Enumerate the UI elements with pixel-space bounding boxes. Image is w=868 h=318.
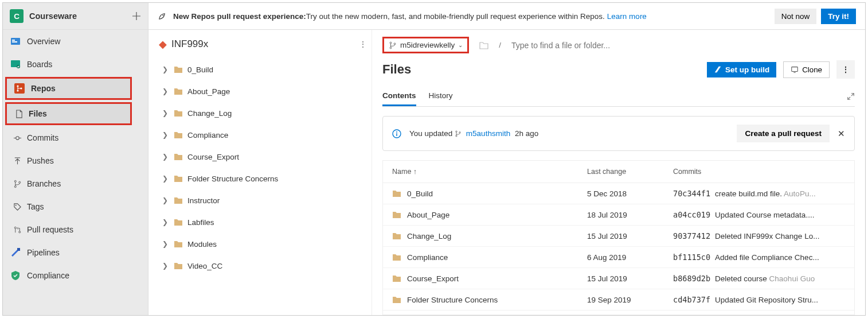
project-header[interactable]: C Courseware (3, 3, 148, 30)
branch-icon (389, 41, 397, 49)
row-name: About_Page (407, 211, 449, 219)
folder-icon (174, 240, 183, 248)
col-change-header[interactable]: Last change (587, 168, 673, 176)
project-avatar: C (10, 9, 24, 23)
breadcrumb-separator: / (499, 41, 501, 49)
table-row[interactable]: 0_Build5 Dec 201870c344f1create build.md… (383, 183, 854, 204)
tree-folder[interactable]: ❯Video_CC (159, 255, 367, 277)
chevron-right-icon: ❯ (162, 218, 168, 226)
svg-point-18 (390, 42, 392, 44)
folder-icon (174, 196, 183, 204)
nav-repos-label: Repos (31, 84, 56, 93)
folder-icon (392, 211, 401, 219)
svg-point-13 (15, 204, 16, 205)
sort-asc-icon: ↑ (413, 168, 417, 176)
tree-label: Instructor (187, 196, 220, 205)
tree-folder[interactable]: ❯Compliance (159, 124, 367, 146)
nav-files[interactable]: Files (5, 102, 132, 125)
svg-point-11 (14, 185, 16, 187)
compliance-icon (10, 270, 21, 281)
nav-overview-label: Overview (27, 37, 60, 46)
tab-contents[interactable]: Contents (382, 87, 416, 106)
file-finder-input[interactable] (511, 41, 638, 50)
chevron-right-icon: ❯ (162, 87, 168, 95)
svg-point-12 (18, 181, 20, 183)
fullscreen-button[interactable] (847, 92, 855, 100)
nav-tags[interactable]: Tags (3, 195, 148, 218)
not-now-button[interactable]: Not now (775, 9, 817, 24)
tree-label: Modules (187, 240, 217, 249)
tree-folder[interactable]: ❯0_Build (159, 59, 367, 80)
row-hash: a04cc019 (673, 210, 710, 219)
clone-button[interactable]: Clone (783, 61, 830, 78)
chevron-right-icon: ❯ (162, 131, 168, 139)
alert-prefix: You updated (409, 129, 455, 138)
folder-icon (174, 262, 183, 270)
svg-point-9 (15, 136, 19, 139)
table-row[interactable]: Compliance6 Aug 2019bf1115c0Added file C… (383, 247, 854, 268)
try-it-button[interactable]: Try it! (821, 9, 856, 24)
tree-folder[interactable]: ❯Labfiles (159, 211, 367, 233)
nav-commits[interactable]: Commits (3, 126, 148, 149)
svg-point-15 (18, 231, 20, 232)
setup-build-button[interactable]: Set up build (707, 62, 776, 77)
svg-point-27 (459, 132, 460, 133)
tree-folder[interactable]: ❯About_Page (159, 80, 367, 102)
tree-folder[interactable]: ❯Folder Structure Concerns (159, 168, 367, 189)
repo-name: INF999x (171, 38, 359, 50)
banner-text: Try out the new modern, fast, and mobile… (306, 12, 605, 21)
tree-label: 0_Build (187, 65, 213, 74)
svg-rect-24 (396, 133, 397, 136)
svg-point-25 (456, 131, 457, 132)
nav-boards[interactable]: Boards (3, 53, 148, 76)
close-icon[interactable]: ✕ (838, 129, 845, 139)
nav-repos[interactable]: Repos (5, 77, 132, 100)
col-commits-header[interactable]: Commits (673, 168, 845, 176)
more-actions-button[interactable]: ⋮ (836, 60, 855, 79)
plus-icon (132, 11, 141, 21)
row-msg: Deleted INF999x Change Lo... (715, 232, 819, 241)
banner-learn-more-link[interactable]: Learn more (607, 12, 647, 21)
nav-compliance[interactable]: Compliance (3, 264, 148, 287)
tree-folder[interactable]: ❯Change_Log (159, 102, 367, 124)
tab-history[interactable]: History (429, 87, 453, 106)
row-msg: create build.md file. (715, 189, 784, 198)
tree-more-button[interactable]: ⋮ (359, 40, 367, 49)
nav-commits-label: Commits (27, 133, 58, 142)
table-row[interactable]: About_Page18 Jul 2019a04cc019Updated Cou… (383, 204, 854, 226)
row-change: 15 Jul 2019 (587, 232, 673, 241)
row-hash: bf1115c0 (673, 253, 710, 262)
chevron-right-icon: ❯ (162, 153, 168, 161)
alert-when: 2h ago (515, 129, 538, 138)
clone-label: Clone (802, 65, 822, 74)
branch-selector[interactable]: m5idreviewkelly ⌄ (382, 37, 469, 53)
svg-point-23 (396, 131, 397, 133)
table-row[interactable]: Folder Structure Concerns19 Sep 2019cd4b… (383, 289, 854, 311)
branch-icon (455, 130, 462, 137)
new-item-button[interactable] (132, 11, 141, 21)
table-row[interactable]: Change_Log15 Jul 201990377412Deleted INF… (383, 226, 854, 247)
row-hash: 70c344f1 (673, 189, 710, 198)
tree-folder[interactable]: ❯Course_Export (159, 146, 367, 168)
svg-rect-21 (792, 67, 798, 72)
nav-files-label: Files (29, 109, 47, 118)
tree-folder[interactable]: ❯Instructor (159, 189, 367, 211)
tree-folder[interactable]: ❯Modules (159, 233, 367, 255)
row-name: Change_Log (407, 232, 451, 241)
nav-pushes[interactable]: Pushes (3, 149, 148, 172)
nav-branches[interactable]: Branches (3, 172, 148, 195)
folder-icon (174, 218, 183, 226)
nav-pipelines[interactable]: Pipelines (3, 241, 148, 264)
svg-point-14 (14, 227, 16, 228)
row-name: Compliance (407, 253, 448, 262)
folder-icon (392, 253, 401, 261)
create-pr-button[interactable]: Create a pull request (737, 125, 830, 142)
col-name-header[interactable]: Name (392, 168, 411, 176)
row-name: Course_Export (407, 274, 459, 283)
alert-branch-link[interactable]: m5authsmith (466, 129, 510, 138)
tree-label: Compliance (187, 131, 228, 139)
table-row[interactable]: Course_Export15 Jul 2019b8689d2bDeleted … (383, 268, 854, 289)
build-icon (714, 65, 722, 73)
nav-overview[interactable]: Overview (3, 30, 148, 53)
nav-pull-requests[interactable]: Pull requests (3, 218, 148, 241)
